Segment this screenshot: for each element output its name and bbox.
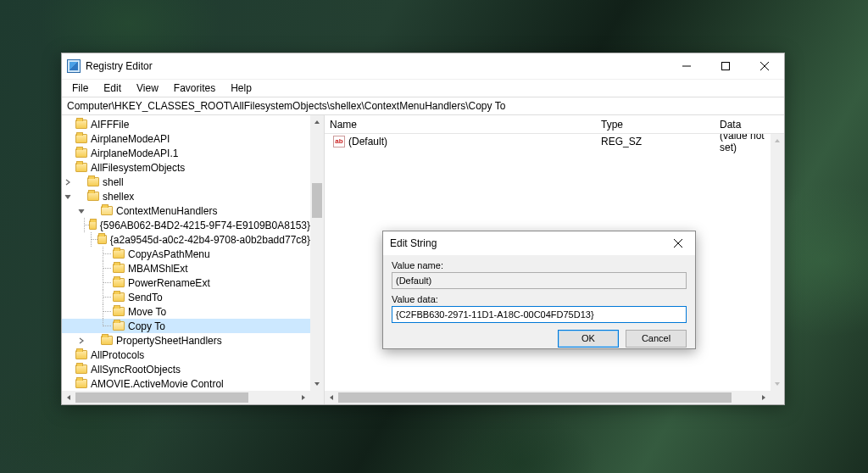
folder-icon bbox=[97, 235, 106, 244]
list-horizontal-scrollbar[interactable] bbox=[325, 391, 771, 404]
tree-item-moveto[interactable]: Move To bbox=[62, 304, 310, 319]
tree-item-contextmenuhandlers[interactable]: ContextMenuHandlers bbox=[62, 203, 310, 218]
tree-label: AllProtocols bbox=[91, 349, 144, 361]
dialog-titlebar[interactable]: Edit String bbox=[383, 231, 695, 255]
menu-view[interactable]: View bbox=[130, 81, 165, 96]
value-name: (Default) bbox=[348, 136, 387, 147]
menubar: File Edit View Favorites Help bbox=[62, 79, 784, 97]
tree-label: AirplaneModeAPI bbox=[91, 133, 170, 145]
expand-icon[interactable] bbox=[62, 176, 74, 188]
tree-label: AMOVIE.ActiveMovie Control bbox=[91, 378, 224, 390]
scroll-thumb[interactable] bbox=[338, 392, 732, 403]
tree-item-guid1[interactable]: {596AB062-B4D2-4215-9F74-E9109B0A8153} bbox=[62, 218, 310, 232]
tree-label: CopyAsPathMenu bbox=[128, 248, 210, 260]
menu-file[interactable]: File bbox=[65, 81, 95, 96]
tree-label: Move To bbox=[128, 306, 166, 318]
scroll-thumb[interactable] bbox=[75, 392, 248, 403]
tree-item-guid2[interactable]: {a2a9545d-a0c2-42b4-9708-a0b2badd77c8} bbox=[62, 232, 310, 247]
dialog-close-button[interactable] bbox=[661, 231, 695, 255]
ok-button[interactable]: OK bbox=[558, 330, 619, 348]
titlebar[interactable]: Registry Editor bbox=[62, 53, 784, 79]
tree-item-shellex[interactable]: shellex bbox=[62, 189, 310, 203]
folder-icon bbox=[75, 379, 87, 388]
tree-item-allsyncrootobjects[interactable]: AllSyncRootObjects bbox=[62, 362, 310, 376]
tree-pane: AIFFFile AirplaneModeAPI AirplaneModeAPI… bbox=[62, 115, 325, 404]
scroll-right-button[interactable] bbox=[297, 391, 310, 404]
tree-item-powerrenameext[interactable]: PowerRenameExt bbox=[62, 275, 310, 290]
folder-icon bbox=[75, 163, 87, 172]
value-name-field: (Default) bbox=[392, 272, 687, 289]
tree-item-airplanemodeapi1[interactable]: AirplaneModeAPI.1 bbox=[62, 146, 310, 160]
folder-icon bbox=[75, 134, 87, 143]
tree-item-copyaspathmenu[interactable]: CopyAsPathMenu bbox=[62, 247, 310, 261]
menu-help[interactable]: Help bbox=[224, 81, 259, 96]
tree-item-amovie1[interactable]: AMOVIE.ActiveMovie Control bbox=[62, 376, 310, 391]
tree-item-mbamshlext[interactable]: MBAMShlExt bbox=[62, 261, 310, 275]
scroll-left-button[interactable] bbox=[325, 391, 338, 404]
tree-item-allprotocols[interactable]: AllProtocols bbox=[62, 348, 310, 362]
dialog-title: Edit String bbox=[390, 237, 437, 249]
tree-item-propertysheethandlers[interactable]: PropertySheetHandlers bbox=[62, 333, 310, 348]
tree-item-sendto[interactable]: SendTo bbox=[62, 290, 310, 304]
maximize-button[interactable] bbox=[706, 53, 745, 79]
collapse-icon[interactable] bbox=[62, 191, 74, 203]
tree-label: {a2a9545d-a0c2-42b4-9708-a0b2badd77c8} bbox=[110, 234, 310, 246]
tree-item-copyto[interactable]: Copy To bbox=[62, 319, 310, 333]
address-bar bbox=[62, 97, 784, 115]
tree-label: Copy To bbox=[128, 320, 165, 332]
value-row-default[interactable]: (Default) REG_SZ (value not set) bbox=[325, 134, 771, 149]
folder-icon bbox=[75, 364, 87, 374]
list-vertical-scrollbar[interactable] bbox=[771, 134, 784, 391]
folder-icon bbox=[101, 336, 113, 345]
tree-label: AllSyncRootObjects bbox=[91, 364, 181, 376]
tree-horizontal-scrollbar[interactable] bbox=[62, 391, 310, 404]
scroll-up-button[interactable] bbox=[310, 115, 324, 129]
scroll-thumb[interactable] bbox=[312, 183, 322, 218]
registry-editor-window: Registry Editor File Edit View Favorites… bbox=[61, 53, 785, 405]
value-data: (value not set) bbox=[715, 134, 771, 153]
edit-string-dialog: Edit String Value name: (Default) Value … bbox=[382, 231, 696, 349]
folder-icon bbox=[113, 249, 125, 259]
tree-label: PowerRenameExt bbox=[128, 277, 210, 289]
folder-icon bbox=[89, 220, 96, 230]
tree-item-allfilesystemobjects[interactable]: AllFilesystemObjects bbox=[62, 160, 310, 175]
scroll-up-button[interactable] bbox=[771, 134, 784, 147]
value-type: REG_SZ bbox=[596, 136, 715, 147]
column-data[interactable]: Data bbox=[715, 119, 784, 131]
tree[interactable]: AIFFFile AirplaneModeAPI AirplaneModeAPI… bbox=[62, 115, 310, 404]
folder-icon bbox=[87, 192, 99, 201]
tree-label: AirplaneModeAPI.1 bbox=[91, 147, 178, 159]
folder-icon bbox=[113, 278, 125, 287]
folder-icon bbox=[101, 206, 113, 215]
value-data-label: Value data: bbox=[392, 294, 687, 304]
list-header: Name Type Data bbox=[325, 115, 784, 134]
minimize-button[interactable] bbox=[667, 53, 706, 79]
tree-item-aifffile[interactable]: AIFFFile bbox=[62, 117, 310, 131]
expand-icon[interactable] bbox=[75, 335, 87, 347]
folder-icon bbox=[113, 321, 125, 331]
tree-label: AIFFFile bbox=[91, 119, 129, 131]
tree-vertical-scrollbar[interactable] bbox=[310, 115, 324, 391]
tree-label: ContextMenuHandlers bbox=[116, 205, 217, 217]
tree-label: SendTo bbox=[128, 292, 163, 303]
menu-edit[interactable]: Edit bbox=[97, 81, 128, 96]
svg-rect-0 bbox=[722, 63, 730, 70]
scroll-left-button[interactable] bbox=[62, 391, 75, 404]
tree-label: shell bbox=[103, 176, 124, 188]
scroll-right-button[interactable] bbox=[757, 391, 771, 404]
column-type[interactable]: Type bbox=[596, 119, 715, 131]
column-name[interactable]: Name bbox=[325, 119, 596, 131]
string-value-icon bbox=[333, 136, 345, 147]
folder-icon bbox=[87, 177, 99, 186]
close-button[interactable] bbox=[745, 53, 784, 79]
tree-item-airplanemodeapi[interactable]: AirplaneModeAPI bbox=[62, 131, 310, 146]
address-input[interactable] bbox=[65, 99, 781, 113]
value-data-field[interactable] bbox=[392, 306, 687, 323]
folder-icon bbox=[75, 148, 87, 158]
scroll-down-button[interactable] bbox=[310, 377, 324, 391]
scroll-down-button[interactable] bbox=[771, 377, 784, 391]
collapse-icon[interactable] bbox=[75, 205, 87, 217]
menu-favorites[interactable]: Favorites bbox=[167, 81, 222, 96]
tree-item-shell[interactable]: shell bbox=[62, 175, 310, 189]
cancel-button[interactable]: Cancel bbox=[626, 330, 687, 348]
